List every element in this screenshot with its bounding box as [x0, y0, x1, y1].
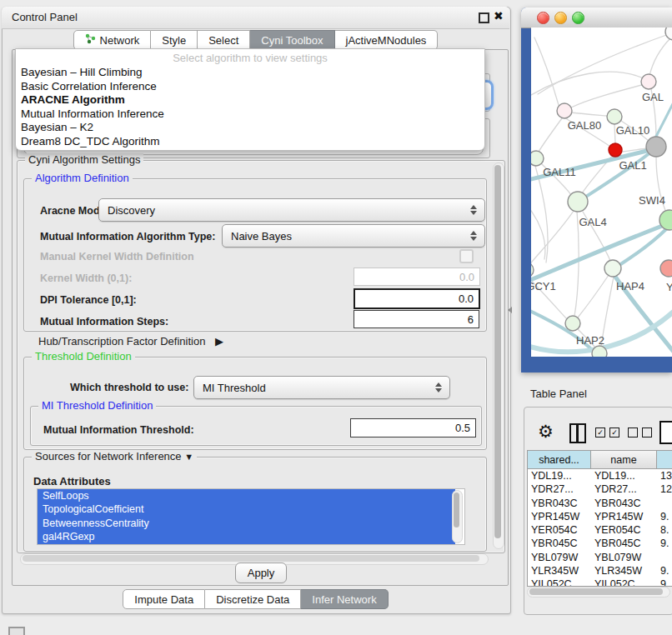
attribute-list-item[interactable]: BetweennessCentrality: [38, 517, 455, 530]
table-column-header[interactable]: shared...: [528, 451, 591, 468]
attribute-list-item[interactable]: gal4RGexp: [38, 530, 455, 543]
tab-cyni-toolbox[interactable]: Cyni Toolbox: [250, 30, 334, 50]
data-attributes-label: Data Attributes: [33, 475, 111, 488]
network-edge[interactable]: [571, 112, 608, 116]
dropdown-item[interactable]: Dream8 DC_TDC Algorithm: [16, 135, 484, 149]
tab-network[interactable]: Network: [73, 30, 152, 50]
network-node-hap2[interactable]: [565, 316, 580, 331]
node-label: GAL10: [616, 124, 649, 137]
mi-steps-field[interactable]: 6: [354, 310, 479, 328]
attribute-list-item[interactable]: TopologicalCoefficient: [38, 502, 455, 516]
table-cell: YBR043C: [528, 497, 591, 510]
attribute-list-item[interactable]: SelfLoops: [38, 489, 455, 502]
data-attributes-list[interactable]: SelfLoopsTopologicalCoefficientBetweenne…: [37, 488, 465, 545]
zoom-traffic-light-icon[interactable]: [572, 12, 584, 24]
tab-style[interactable]: Style: [151, 30, 198, 50]
dropdown-item[interactable]: Mutual Information Inference: [16, 108, 484, 122]
table-row[interactable]: YER054CYER054C8.: [528, 523, 672, 537]
dropdown-item[interactable]: Bayesian – K2: [16, 121, 484, 135]
close-icon[interactable]: ✖: [494, 9, 504, 22]
network-edge[interactable]: [531, 225, 664, 282]
network-node-gal11[interactable]: [531, 151, 544, 166]
table-cell: 9: [657, 578, 672, 587]
node-table[interactable]: shared...name YDL19...YDL19...13YDR27...…: [527, 450, 672, 587]
network-edge[interactable]: [531, 211, 574, 267]
network-canvas[interactable]: GALGAL80GAL10GAL1GAL11GAL4SWI4GCY1HAP4YH…: [531, 28, 672, 357]
network-edge[interactable]: [574, 212, 579, 316]
network-edge[interactable]: [571, 83, 648, 108]
combo-stepper-icon: [470, 205, 477, 215]
settings-vertical-scrollbar[interactable]: [493, 162, 504, 549]
algorithm-dropdown-list: Select algorithm to view settings Bayesi…: [15, 48, 485, 151]
chevron-down-icon[interactable]: ▼: [184, 452, 193, 462]
unchecked-checkbox-icon[interactable]: [642, 428, 652, 438]
bottom-tab-infer-network[interactable]: Infer Network: [301, 589, 388, 609]
aracne-mode-combobox[interactable]: Discovery: [98, 198, 485, 222]
checked-checkbox-icon[interactable]: ✓: [595, 428, 605, 438]
network-edge[interactable]: [531, 72, 649, 99]
control-panel-tabs: NetworkStyleSelectCyni ToolboxjActiveMNo…: [2, 30, 509, 50]
unchecked-checkbox-icon[interactable]: [628, 428, 638, 438]
minimize-traffic-light-icon[interactable]: [554, 12, 567, 24]
gear-icon[interactable]: ⚙: [538, 422, 554, 442]
which-threshold-label: Which threshold to use:: [70, 382, 188, 393]
network-node-gcy1[interactable]: [531, 262, 534, 278]
table-row[interactable]: YLR345WYLR345W9.: [528, 564, 672, 578]
network-edge[interactable]: [539, 118, 562, 152]
which-threshold-value: MI Threshold: [203, 382, 266, 394]
float-window-icon[interactable]: [479, 12, 489, 23]
network-node-gal1[interactable]: [609, 143, 622, 157]
tab-select[interactable]: Select: [198, 30, 250, 50]
tab-jactivemnodules[interactable]: jActiveMNodules: [335, 30, 439, 50]
network-edge[interactable]: [535, 166, 548, 262]
panel-divider-arrow-icon[interactable]: [508, 307, 512, 313]
table-cell: YBL079W: [591, 551, 657, 564]
table-row[interactable]: YDR27...YDR27...12: [528, 482, 672, 496]
network-node-gal[interactable]: [641, 74, 656, 89]
bottom-tab-discretize-data[interactable]: Discretize Data: [205, 589, 301, 609]
mi-threshold-field[interactable]: 0.5: [350, 418, 476, 438]
table-row[interactable]: YPR145WYPR145W9.: [528, 510, 672, 523]
manual-kernel-checkbox[interactable]: [459, 249, 474, 263]
dropdown-item[interactable]: ARACNE Algorithm: [16, 93, 484, 108]
network-graph: GALGAL80GAL10GAL1GAL11GAL4SWI4GCY1HAP4YH…: [531, 28, 672, 357]
table-column-header[interactable]: name: [591, 451, 657, 468]
network-node-gal80[interactable]: [557, 103, 572, 118]
attributes-scrollbar[interactable]: [452, 490, 463, 543]
apply-button[interactable]: Apply: [235, 562, 287, 583]
table-column-header[interactable]: [657, 451, 672, 468]
table-body: YDL19...YDL19...13YDR27...YDR27...12YBR0…: [528, 469, 672, 587]
network-node-y[interactable]: [660, 260, 672, 277]
network-edge[interactable]: [649, 38, 671, 76]
checked-checkbox-icon[interactable]: ✓: [609, 428, 619, 438]
table-row[interactable]: YDL19...YDL19...13: [528, 469, 672, 482]
which-threshold-combobox[interactable]: MI Threshold: [193, 376, 450, 399]
network-edge[interactable]: [578, 275, 609, 318]
network-node-hap4[interactable]: [604, 260, 621, 277]
table-row[interactable]: YIL052CYIL052C9: [528, 578, 672, 587]
hub-definition-toggle[interactable]: Hub/Transcription Factor Definition ▶: [38, 335, 223, 348]
table-row[interactable]: YBR045CYBR045C9.: [528, 537, 672, 550]
close-traffic-light-icon[interactable]: [537, 12, 549, 24]
network-node[interactable]: [646, 137, 666, 157]
minimized-panel-icon[interactable]: [8, 627, 25, 635]
network-node-gal4[interactable]: [568, 192, 588, 212]
network-edge[interactable]: [531, 202, 545, 259]
table-horizontal-scrollbar[interactable]: [527, 587, 670, 598]
table-cell: YDR27...: [528, 482, 591, 496]
network-node-gal10[interactable]: [607, 109, 622, 124]
table-row[interactable]: YBL079WYBL079W: [528, 551, 672, 564]
bottom-tab-impute-data[interactable]: Impute Data: [123, 589, 205, 609]
file-icon[interactable]: [659, 421, 672, 444]
kernel-width-field[interactable]: 0.0: [354, 268, 480, 286]
network-node[interactable]: [592, 346, 607, 357]
mi-type-combobox[interactable]: Naive Bayes: [222, 224, 485, 248]
network-edge[interactable]: [534, 38, 559, 105]
network-node[interactable]: [665, 28, 672, 40]
columns-icon[interactable]: [569, 423, 586, 443]
dropdown-item[interactable]: Bayesian – Hill Climbing: [16, 66, 484, 80]
dpi-tolerance-field[interactable]: 0.0: [354, 288, 480, 309]
table-row[interactable]: YBR043CYBR043C: [528, 497, 672, 510]
dropdown-item[interactable]: Basic Correlation Inference: [16, 80, 484, 94]
bottom-tab-label: Discretize Data: [216, 593, 289, 606]
